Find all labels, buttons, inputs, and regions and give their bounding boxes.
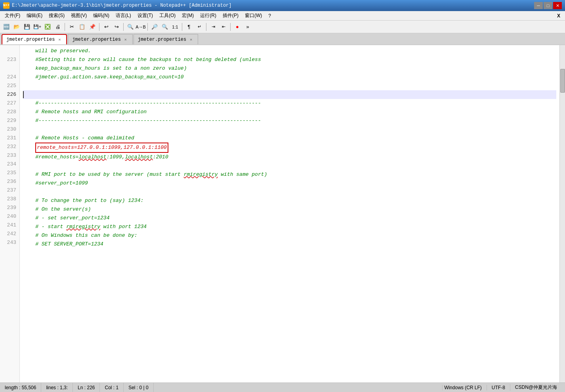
tab-1[interactable]: jmeter.properties ✕ [2, 34, 67, 44]
editor-area: 223 224 225 226 227 228 229 230 231 232 … [0, 45, 565, 382]
status-col: Col : 1 [100, 383, 124, 392]
ln-232: 232 [2, 143, 16, 151]
status-watermark: CSDN@仲夏光片海 [510, 384, 562, 391]
vertical-scrollbar[interactable] [559, 45, 565, 382]
ln-239: 239 [2, 204, 16, 212]
window-title: E:\Jmeter\apache-jmeter-3.1\bin\jmeter.p… [12, 3, 232, 8]
status-sel: Sel : 0 | 0 [124, 383, 153, 392]
code-line-237 [23, 188, 556, 196]
toolbar-save-all[interactable]: 💾+ [32, 22, 42, 32]
app-icon: N++ [3, 2, 10, 9]
code-line-243: # SET SERVER_PORT=1234 [23, 240, 556, 249]
menu-tools[interactable]: 工具(O) [156, 11, 179, 20]
toolbar-sep-6 [206, 23, 206, 31]
toolbar-zoom-in[interactable]: 🔎 [150, 22, 159, 32]
toolbar-zoom-reset[interactable]: 1:1 [170, 22, 180, 32]
scrollbar-thumb[interactable] [560, 69, 565, 93]
menu-close-app[interactable]: X [554, 12, 563, 19]
ln-243: 243 [2, 238, 16, 247]
ln-233: 233 [2, 151, 16, 160]
status-ln: Ln : 226 [73, 383, 100, 392]
ln-241: 241 [2, 221, 16, 230]
toolbar-find[interactable]: 🔍 [126, 22, 135, 32]
code-line-227: #---------------------------------------… [23, 99, 556, 108]
menu-view[interactable]: 视图(V) [68, 11, 90, 20]
ln-237: 237 [2, 186, 16, 195]
title-bar-left: N++ E:\Jmeter\apache-jmeter-3.1\bin\jmet… [3, 2, 232, 9]
toolbar-macro-rec[interactable]: ● [233, 22, 242, 32]
toolbar-indent[interactable]: ⇥ [208, 22, 218, 32]
code-line-238: # To change the port to (say) 1234: [23, 196, 556, 205]
code-line-226 [23, 90, 556, 99]
toolbar-more[interactable]: » [243, 22, 252, 32]
toolbar-close[interactable]: ❎ [43, 22, 52, 32]
status-encoding[interactable]: UTF-8 [487, 385, 510, 390]
toolbar-open[interactable]: 📂 [12, 22, 21, 32]
menu-edit[interactable]: 编辑(E) [23, 11, 46, 20]
code-content[interactable]: will be preserved. #Setting this to zero… [20, 45, 559, 382]
toolbar-save[interactable]: 💾 [22, 22, 32, 32]
menu-search[interactable]: 搜索(S) [46, 11, 68, 20]
minimize-button[interactable]: ─ [534, 2, 543, 9]
menu-run[interactable]: 运行(R) [197, 11, 220, 20]
ln-223: 223 [2, 55, 16, 64]
ln-226: 226 [2, 90, 16, 99]
toolbar-copy[interactable]: 📋 [77, 22, 87, 32]
code-line-242: # On Windows this can be done by: [23, 231, 556, 240]
toolbar-replace[interactable]: A→B [136, 22, 145, 32]
code-line-234 [23, 162, 556, 170]
menu-encoding[interactable]: 编码(N) [90, 11, 113, 20]
tab-2-close[interactable]: ✕ [123, 37, 128, 42]
tab-3[interactable]: jmeter.properties ✕ [134, 34, 198, 44]
title-bar: N++ E:\Jmeter\apache-jmeter-3.1\bin\jmet… [0, 0, 565, 11]
status-right: Windows (CR LF) UTF-8 CSDN@仲夏光片海 [442, 384, 562, 391]
menu-window[interactable]: 窗口(W) [242, 11, 265, 20]
highlighted-remote-hosts: remote_hosts=127.0.0.1:1099,127.0.0.1:11… [35, 143, 168, 153]
code-line-224: #jmeter.gui.action.save.keep_backup_max_… [23, 73, 556, 82]
maximize-button[interactable]: □ [544, 2, 552, 9]
tab-1-label: jmeter.properties [6, 37, 55, 42]
close-button[interactable]: ✕ [553, 2, 562, 9]
ln-234: 234 [2, 160, 16, 169]
ln-225: 225 [2, 82, 16, 90]
menu-macro[interactable]: 宏(M) [179, 11, 197, 20]
ln-229: 229 [2, 116, 16, 125]
status-line-ending[interactable]: Windows (CR LF) [442, 385, 487, 390]
toolbar-sep-2 [99, 23, 99, 31]
toolbar-undo[interactable]: ↩ [101, 22, 111, 32]
menu-plugins[interactable]: 插件(P) [220, 11, 242, 20]
code-line-240: # - set server_port=1234 [23, 214, 556, 223]
code-line-231: # Remote Hosts - comma delimited [23, 134, 556, 143]
code-line-235: # RMI port to be used by the server (mus… [23, 170, 556, 179]
toolbar-redo[interactable]: ↪ [112, 22, 121, 32]
tab-1-close[interactable]: ✕ [57, 37, 62, 42]
toolbar-zoom-out[interactable]: 🔍 [160, 22, 170, 32]
toolbar-outdent[interactable]: ⇤ [219, 22, 228, 32]
menu-bar: 文件(F) 编辑(E) 搜索(S) 视图(V) 编码(N) 语言(L) 设置(T… [0, 11, 565, 21]
ln-230: 230 [2, 125, 16, 134]
toolbar-wrap[interactable]: ↵ [195, 22, 204, 32]
toolbar-sep-1 [65, 23, 65, 31]
code-line-229: #---------------------------------------… [23, 116, 556, 125]
code-line-241: # - start rmiregistry with port 1234 [23, 223, 556, 231]
menu-help[interactable]: ? [265, 12, 274, 19]
toolbar-paste[interactable]: 📌 [88, 22, 97, 32]
code-line-223: #Setting this to zero will cause the bac… [23, 55, 556, 64]
tab-3-close[interactable]: ✕ [188, 37, 194, 42]
toolbar-print[interactable]: 🖨 [53, 22, 63, 32]
ln-242: 242 [2, 230, 16, 238]
ln-238: 238 [2, 195, 16, 204]
toolbar-whitespace[interactable]: ¶ [184, 22, 194, 32]
tab-bar: jmeter.properties ✕ jmeter.properties ✕ … [0, 33, 565, 45]
ln-224: 224 [2, 73, 16, 82]
tab-2[interactable]: jmeter.properties ✕ [68, 34, 132, 44]
menu-file[interactable]: 文件(F) [2, 11, 23, 20]
window-controls: ─ □ ✕ [534, 2, 562, 9]
status-length: length : 55,506 [3, 383, 41, 392]
tab-2-label: jmeter.properties [72, 37, 120, 42]
menu-settings[interactable]: 设置(T) [134, 11, 156, 20]
toolbar-cut[interactable]: ✂ [67, 22, 76, 32]
menu-language[interactable]: 语言(L) [113, 11, 134, 20]
toolbar-new[interactable]: 🆕 [2, 22, 11, 32]
toolbar-sep-5 [182, 23, 182, 31]
